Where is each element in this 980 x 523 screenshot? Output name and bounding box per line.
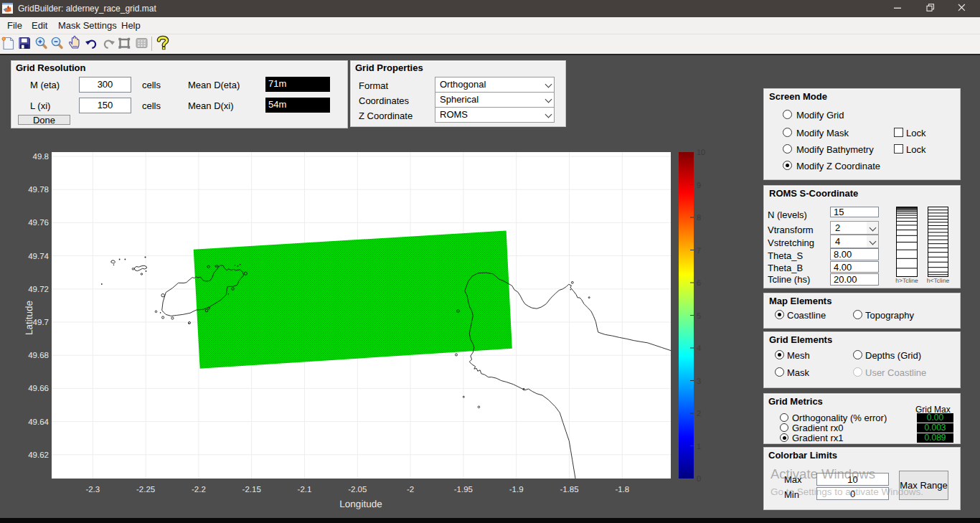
svg-text:5: 5 [697,312,701,321]
svg-text:h>Tcline: h>Tcline [895,277,918,284]
svg-text:4: 4 [697,344,701,353]
svg-text:Longitude: Longitude [339,499,382,509]
svg-text:49.8: 49.8 [33,153,49,161]
svg-text:10: 10 [697,149,705,157]
svg-text:9: 9 [697,182,701,190]
svg-text:49.76: 49.76 [28,219,49,227]
svg-text:-1.85: -1.85 [560,486,578,494]
svg-text:49.68: 49.68 [28,352,49,360]
svg-text:-2.05: -2.05 [348,486,367,494]
svg-text:-1.95: -1.95 [454,486,473,494]
svg-text:2: 2 [697,410,701,418]
svg-text:Latitude: Latitude [24,301,34,335]
svg-text:49.72: 49.72 [28,286,49,294]
svg-text:-2.25: -2.25 [136,486,155,494]
svg-text:49.66: 49.66 [28,385,49,393]
svg-text:1: 1 [697,443,701,451]
svg-text:49.74: 49.74 [28,253,49,261]
svg-text:-2.15: -2.15 [242,486,261,494]
svg-text:-2.3: -2.3 [85,486,100,494]
svg-text:49.64: 49.64 [28,418,49,427]
svg-text:-2.1: -2.1 [298,486,312,494]
svg-text:-2: -2 [407,486,414,494]
svg-text:-1.8: -1.8 [615,486,629,494]
svg-text:0: 0 [697,475,701,484]
svg-text:49.62: 49.62 [28,451,49,460]
svg-text:6: 6 [697,279,701,288]
svg-text:49.78: 49.78 [28,186,49,194]
svg-text:7: 7 [697,247,701,255]
svg-text:h<Tcline: h<Tcline [927,277,950,284]
svg-text:-2.2: -2.2 [192,486,206,494]
svg-text:49.7: 49.7 [33,319,49,327]
svg-text:-1.9: -1.9 [509,486,524,494]
svg-text:8: 8 [697,214,701,222]
svg-text:3: 3 [697,377,701,386]
